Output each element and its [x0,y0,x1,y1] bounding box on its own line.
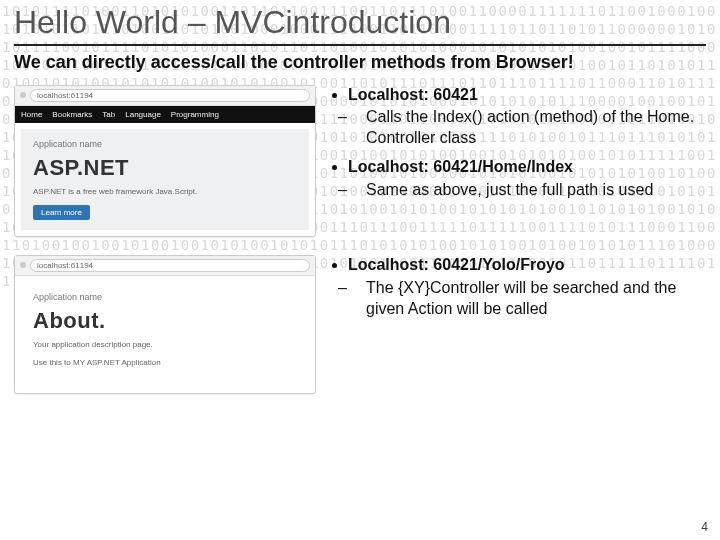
app-label: Application name [33,292,297,302]
bullet-block: Localhost: 60421/Yolo/Froyo –The {XY}Con… [328,255,706,394]
bullet-sub-text: The {XY}Controller will be searched and … [366,279,676,317]
content-row: localhost:61194 Application name About. … [14,255,706,394]
content-row: localhost:61194 Home Bookmarks Tab Langu… [14,85,706,237]
hero-box: Application name About. Your application… [21,282,309,387]
browser-mock: localhost:61194 Home Bookmarks Tab Langu… [14,85,316,237]
address-bar: localhost:61194 [30,259,310,272]
hero-box: Application name ASP.NET ASP.NET is a fr… [21,129,309,230]
title-rule [14,44,706,46]
browser-mock: localhost:61194 Application name About. … [14,255,316,394]
bullet-item: Localhost: 60421/Yolo/Froyo –The {XY}Con… [348,255,706,319]
page-number: 4 [701,520,708,534]
nav-item: Programming [171,110,219,119]
address-bar: localhost:61194 [30,89,310,102]
bullet-list: Localhost: 60421 –Calls the Index() acti… [348,85,706,201]
browser-chrome: localhost:61194 [15,86,315,106]
learn-more-button: Learn more [33,205,90,220]
slide-content: Hello World – MVCintroduction We can dir… [0,0,720,540]
bullet-list: Localhost: 60421/Yolo/Froyo –The {XY}Con… [348,255,706,319]
hero-headline: About. [33,308,297,334]
bullet-sub-text: Calls the Index() action (method) of the… [366,108,694,146]
app-label: Application name [33,139,297,149]
window-dot [20,92,26,98]
bullet-sub-text: Same as above, just the full path is use… [366,181,653,198]
nav-item: Tab [102,110,115,119]
nav-item: Home [21,110,42,119]
window-dot [20,262,26,268]
bullet-sub: –Same as above, just the full path is us… [348,180,706,201]
bullet-block: Localhost: 60421 –Calls the Index() acti… [328,85,706,237]
hero-headline: ASP.NET [33,155,297,181]
bullet-sub: –Calls the Index() action (method) of th… [348,107,706,149]
bullet-head: Localhost: 60421/Yolo/Froyo [348,256,565,273]
bullet-head: Localhost: 60421 [348,86,478,103]
screenshot: localhost:61194 Application name About. … [14,255,316,394]
slide-title: Hello World – MVCintroduction [14,6,706,40]
site-navbar: Home Bookmarks Tab Language Programming [15,106,315,123]
bullet-item: Localhost: 60421/Home/Index –Same as abo… [348,157,706,201]
nav-item: Language [125,110,161,119]
bullet-sub: –The {XY}Controller will be searched and… [348,278,706,320]
slide-subtitle: We can directly access/call the controll… [14,52,706,73]
screenshot: localhost:61194 Home Bookmarks Tab Langu… [14,85,316,237]
hero-desc: Your application description page. [33,340,297,350]
bullet-head: Localhost: 60421/Home/Index [348,158,573,175]
bullet-item: Localhost: 60421 –Calls the Index() acti… [348,85,706,149]
hero-footnote: Use this to MY ASP.NET Application [33,358,297,368]
nav-item: Bookmarks [52,110,92,119]
hero-desc: ASP.NET is a free web framework Java.Scr… [33,187,297,197]
browser-chrome: localhost:61194 [15,256,315,276]
